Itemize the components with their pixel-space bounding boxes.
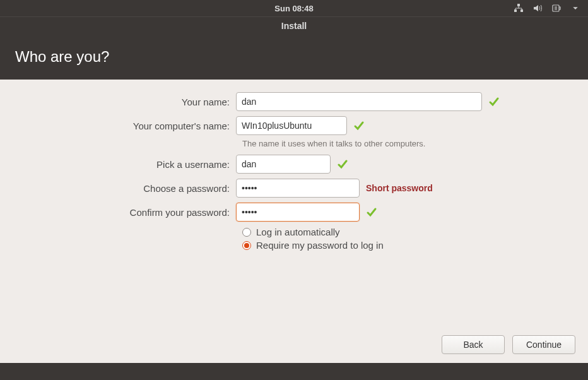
footer-buttons: Back Continue bbox=[0, 335, 588, 363]
svg-rect-2 bbox=[520, 9, 523, 12]
network-icon[interactable] bbox=[514, 3, 524, 13]
check-icon bbox=[337, 158, 348, 170]
label-username: Pick a username: bbox=[15, 159, 236, 170]
bottom-band bbox=[0, 363, 588, 380]
login-auto-option[interactable]: Log in automatically bbox=[242, 227, 573, 237]
form-area: Your name: Your computer's name: The nam… bbox=[0, 80, 588, 251]
login-options: Log in automatically Require my password… bbox=[242, 227, 573, 251]
window-title: Install bbox=[281, 21, 307, 31]
page-header: Who are you? bbox=[0, 34, 588, 80]
check-icon bbox=[353, 120, 365, 131]
dropdown-arrow-icon[interactable] bbox=[570, 3, 580, 13]
password-warning: Short password bbox=[366, 183, 433, 193]
continue-button[interactable]: Continue bbox=[512, 335, 575, 354]
top-panel: Sun 08:48 bbox=[0, 0, 588, 16]
volume-icon[interactable] bbox=[532, 3, 543, 13]
back-button[interactable]: Back bbox=[442, 335, 505, 354]
login-require-option[interactable]: Require my password to log in bbox=[242, 240, 573, 251]
radio-unselected-icon bbox=[242, 228, 251, 237]
check-icon bbox=[488, 96, 500, 107]
computer-name-input[interactable] bbox=[236, 116, 347, 135]
system-tray bbox=[514, 3, 580, 13]
clock: Sun 08:48 bbox=[274, 4, 313, 13]
name-input[interactable] bbox=[236, 92, 482, 111]
radio-selected-icon bbox=[242, 241, 251, 250]
password-input[interactable] bbox=[236, 179, 360, 198]
window-titlebar: Install bbox=[0, 16, 588, 34]
check-icon bbox=[366, 206, 377, 218]
row-password: Choose a password: Short password bbox=[15, 179, 573, 198]
row-confirm: Confirm your password: bbox=[15, 203, 573, 222]
row-computer: Your computer's name: bbox=[15, 116, 573, 135]
label-name: Your name: bbox=[15, 97, 236, 107]
battery-icon[interactable] bbox=[551, 3, 562, 13]
label-confirm: Confirm your password: bbox=[15, 207, 236, 218]
svg-rect-1 bbox=[514, 9, 517, 12]
row-username: Pick a username: bbox=[15, 155, 573, 174]
page-heading: Who are you? bbox=[15, 48, 109, 66]
label-password: Choose a password: bbox=[15, 183, 236, 194]
row-name: Your name: bbox=[15, 92, 573, 111]
computer-hint: The name it uses when it talks to other … bbox=[242, 139, 573, 148]
username-input[interactable] bbox=[236, 155, 331, 174]
svg-rect-0 bbox=[517, 4, 520, 6]
label-computer: Your computer's name: bbox=[15, 121, 236, 131]
confirm-password-input[interactable] bbox=[236, 203, 360, 222]
login-require-label: Require my password to log in bbox=[256, 240, 384, 251]
login-auto-label: Log in automatically bbox=[256, 227, 340, 237]
